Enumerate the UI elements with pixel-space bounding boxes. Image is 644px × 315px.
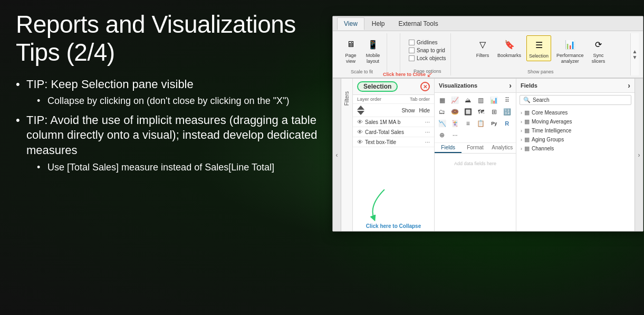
up-down-arrows [357, 106, 364, 115]
viz-icon-line[interactable]: 📈 [450, 95, 460, 106]
dots-icon-textbox: ··· [425, 139, 430, 145]
field-group-core-measures[interactable]: › ▦ Core Measures [516, 108, 635, 117]
viz-tab-analytics[interactable]: Analytics [489, 143, 516, 153]
table-icon-core: ▦ [524, 109, 530, 116]
viz-icon-bar[interactable]: ▦ [437, 95, 447, 106]
performance-analyzer-button[interactable]: 📊 Performanceanalyzer [554, 35, 586, 66]
fields-pane: Fields › 🔍 Search › ▦ Core Measures [516, 79, 635, 231]
tab-view[interactable]: View [337, 17, 364, 30]
tab-help[interactable]: Help [366, 18, 391, 30]
collapse-arrow-path [373, 189, 385, 218]
selection-controls: Show Hide [353, 104, 434, 117]
layer-item-textbox-title[interactable]: 👁 Text box-Title ··· [353, 137, 434, 147]
gridlines-checkbox-box[interactable] [409, 40, 415, 45]
fields-search-icon: 🔍 [523, 97, 531, 103]
viz-icon-scatter[interactable]: ⠿ [502, 95, 512, 106]
field-group-channels[interactable]: › ▦ Channels [516, 144, 635, 153]
page-options-checkboxes: Gridlines Snap to grid Lock objects [409, 35, 446, 65]
expand-arrow-time: › [521, 128, 522, 133]
viz-icon-matrix[interactable]: ⊞ [489, 107, 499, 117]
expand-arrow-aging: › [521, 137, 522, 142]
viz-icon-pie[interactable]: 🗂 [437, 107, 447, 117]
ribbon-scroll-arrow[interactable]: ▲▼ [630, 33, 639, 75]
left-panel: Reports and Visualizations Tips (2/4) TI… [16, 11, 322, 304]
bullet-1: TIP: Keep Selection pane visible Collaps… [16, 77, 322, 108]
lock-checkbox-box[interactable] [409, 55, 415, 61]
viz-icon-py[interactable]: Py [489, 118, 499, 129]
viz-icon-treemap[interactable]: 🔲 [463, 107, 473, 117]
close-area: ✕ [420, 82, 430, 91]
viz-icon-table[interactable]: 📋 [476, 118, 486, 129]
viz-icon-area[interactable]: ⛰ [463, 95, 473, 106]
scale-buttons: 🖥 Pageview 📱 Mobilelayout [341, 35, 382, 66]
viz-tabs: Fields Format Analytics [435, 143, 516, 154]
table-icon-time: ▦ [524, 127, 530, 134]
close-selection-button[interactable]: ✕ [420, 82, 430, 91]
viz-icon-kpi[interactable]: 🔢 [502, 107, 512, 117]
viz-icon-stack[interactable]: ▥ [476, 95, 486, 106]
field-group-channels-name: Channels [532, 146, 554, 151]
selection-label: Selection [529, 53, 549, 59]
show-panes-buttons: ▽ Filters 🔖 Bookmarks ☰ Selection [473, 35, 608, 66]
viz-icons-grid: ▦ 📈 ⛰ ▥ 📊 ⠿ 🗂 🍩 🔲 🗺 ⊞ 🔢 📉 🃏 [435, 93, 516, 143]
dots-icon-card-total: ··· [425, 129, 430, 135]
viz-icon-col[interactable]: 📊 [489, 95, 499, 106]
viz-icon-r[interactable]: R [502, 118, 512, 129]
perf-analyzer-label: Performanceanalyzer [556, 53, 584, 64]
field-group-aging-groups[interactable]: › ▦ Aging Groups [516, 135, 635, 144]
viz-icon-gauge[interactable]: 📉 [437, 118, 447, 129]
ribbon-group-page-options: Gridlines Snap to grid Lock objects [405, 33, 451, 75]
viz-icon-map[interactable]: 🗺 [476, 107, 486, 117]
selection-button[interactable]: ☰ Selection [526, 35, 551, 61]
viz-icon-dots[interactable]: ··· [450, 130, 460, 140]
filters-strip-label: Filters [344, 91, 350, 106]
snap-to-grid-checkbox[interactable]: Snap to grid [409, 47, 446, 53]
ribbon: View Help External Tools 🖥 [333, 16, 643, 78]
page-view-button[interactable]: 🖥 Pageview [341, 35, 360, 66]
visualizations-pane: Visualizations › ▦ 📈 ⛰ ▥ 📊 ⠿ 🗂 🍩 🔲 🗺 [435, 79, 516, 231]
viz-tab-fields[interactable]: Fields [435, 143, 462, 153]
lock-objects-checkbox[interactable]: Lock objects [409, 55, 446, 61]
viz-tab-format[interactable]: Format [462, 143, 488, 153]
ribbon-tabs: View Help External Tools [333, 16, 643, 31]
bullet-list: TIP: Keep Selection pane visible Collaps… [16, 77, 322, 174]
viz-pane-header: Visualizations › [435, 79, 516, 93]
layer-down-button[interactable] [357, 111, 364, 115]
selection-pane-title: Selection [357, 81, 398, 92]
right-nav-chevron[interactable]: › [635, 79, 643, 231]
layer-up-button[interactable] [357, 106, 364, 110]
selection-pane-header: Selection ✕ [353, 79, 434, 95]
ribbon-group-scale: 🖥 Pageview 📱 Mobilelayout Scale to fit [337, 33, 387, 75]
left-nav-chevron[interactable]: ‹ [333, 79, 341, 231]
layer-item-card-total[interactable]: 👁 Card-Total Sales ··· [353, 127, 434, 137]
expand-arrow-channels: › [521, 146, 522, 151]
field-group-moving-averages[interactable]: › ▦ Moving Averages [516, 117, 635, 126]
sync-slicers-button[interactable]: ⟳ Syncslicers [589, 35, 608, 66]
collapse-area: Click here to Collapse [353, 221, 434, 231]
fields-expand-arrow[interactable]: › [628, 81, 630, 90]
snap-checkbox-box[interactable] [409, 47, 415, 53]
tab-external-tools[interactable]: External Tools [392, 18, 444, 30]
sub-list-2: Use [Total Sales] measure instead of Sal… [26, 161, 322, 174]
filters-label: Filters [476, 53, 489, 59]
viz-icon-donut[interactable]: 🍩 [450, 107, 460, 117]
viz-expand-arrow[interactable]: › [509, 81, 512, 90]
sync-slicers-icon: ⟳ [591, 37, 606, 52]
mobile-layout-button[interactable]: 📱 Mobilelayout [363, 35, 382, 66]
gridlines-checkbox[interactable]: Gridlines [409, 40, 446, 45]
filters-button[interactable]: ▽ Filters [473, 35, 492, 60]
layer-item-sales-1m[interactable]: 👁 Sales 1M MA b ··· [353, 117, 434, 127]
viz-icon-card[interactable]: 🃏 [450, 118, 460, 129]
bookmarks-button[interactable]: 🔖 Bookmarks [495, 35, 523, 60]
sub-bullet-1-1: Collapse by clicking on (don't close by … [37, 95, 322, 107]
viz-icon-more[interactable]: ⊕ [437, 130, 447, 140]
collapse-link[interactable]: Click here to Collapse [353, 221, 434, 231]
selection-sub-header: Layer order Tab order [353, 95, 434, 104]
viz-field-placeholder: Add data fields here [437, 156, 514, 171]
fields-search-box[interactable]: 🔍 Search [520, 95, 631, 105]
table-icon-channels: ▦ [524, 145, 530, 152]
page-title: Reports and Visualizations Tips (2/4) [16, 11, 322, 66]
right-panel: View Help External Tools 🖥 [332, 11, 643, 304]
viz-icon-slicer[interactable]: ≡ [463, 118, 473, 129]
field-group-time-intelligence[interactable]: › ▦ Time Intelligence [516, 126, 635, 135]
